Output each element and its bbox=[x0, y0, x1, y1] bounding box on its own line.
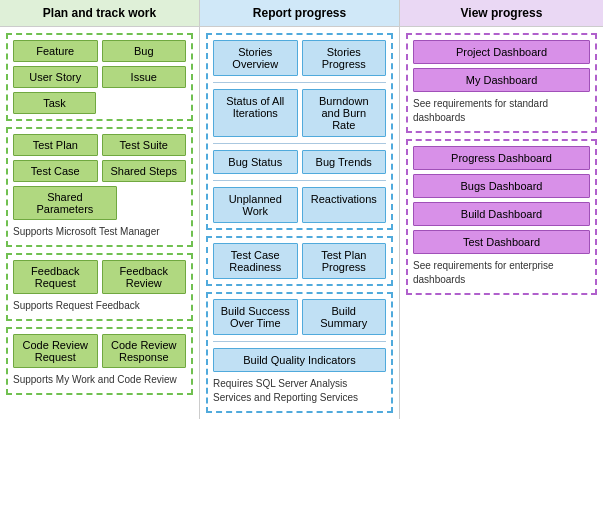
code-review-request-button[interactable]: Code Review Request bbox=[13, 334, 98, 368]
unplanned-work-button[interactable]: Unplanned Work bbox=[213, 187, 298, 223]
plan-row-1: Feature Bug bbox=[13, 40, 186, 62]
stories-progress-button[interactable]: Stories Progress bbox=[302, 40, 387, 76]
test-plan-progress-button[interactable]: Test Plan Progress bbox=[302, 243, 387, 279]
report-section-test: Test Case Readiness Test Plan Progress bbox=[206, 236, 393, 286]
report-row-4: Unplanned Work Reactivations bbox=[213, 187, 386, 223]
issue-button[interactable]: Issue bbox=[102, 66, 187, 88]
body-row: Feature Bug User Story Issue Task Test P… bbox=[0, 27, 603, 419]
stories-overview-button[interactable]: Stories Overview bbox=[213, 40, 298, 76]
plan-column-wrapper: Plan and track work bbox=[0, 0, 200, 27]
header-row: Plan and track work Report progress View… bbox=[0, 0, 603, 27]
report-build-divider bbox=[213, 341, 386, 342]
task-button[interactable]: Task bbox=[13, 92, 96, 114]
report-divider-3 bbox=[213, 180, 386, 181]
report-section-main: Stories Overview Stories Progress Status… bbox=[206, 33, 393, 230]
view-standard-note: See requirements for standard dashboards bbox=[413, 96, 590, 126]
report-divider-2 bbox=[213, 143, 386, 144]
plan-header: Plan and track work bbox=[0, 0, 199, 27]
plan-section-codereview: Code Review Request Code Review Response… bbox=[6, 327, 193, 395]
report-build-row-2: Build Quality Indicators bbox=[213, 348, 386, 372]
plan-body: Feature Bug User Story Issue Task Test P… bbox=[0, 27, 199, 401]
plan-test-note: Supports Microsoft Test Manager bbox=[13, 224, 186, 240]
report-column-wrapper: Report progress bbox=[200, 0, 400, 27]
test-plan-button[interactable]: Test Plan bbox=[13, 134, 98, 156]
burndown-burn-rate-button[interactable]: Burndown and Burn Rate bbox=[302, 89, 387, 137]
plan-row-3: Task bbox=[13, 92, 186, 114]
report-row-1: Stories Overview Stories Progress bbox=[213, 40, 386, 76]
test-case-button[interactable]: Test Case bbox=[13, 160, 98, 182]
status-all-iterations-button[interactable]: Status of All Iterations bbox=[213, 89, 298, 137]
plan-codereview-row-1: Code Review Request Code Review Response bbox=[13, 334, 186, 368]
view-header: View progress bbox=[400, 0, 603, 27]
view-col: Project Dashboard My Dashboard See requi… bbox=[400, 27, 603, 419]
view-section-enterprise: Progress Dashboard Bugs Dashboard Build … bbox=[406, 139, 597, 295]
bugs-dashboard-button[interactable]: Bugs Dashboard bbox=[413, 174, 590, 198]
reactivations-button[interactable]: Reactivations bbox=[302, 187, 387, 223]
main-layout: Plan and track work Report progress View… bbox=[0, 0, 603, 419]
report-col: Stories Overview Stories Progress Status… bbox=[200, 27, 400, 419]
build-dashboard-button[interactable]: Build Dashboard bbox=[413, 202, 590, 226]
report-row-2: Status of All Iterations Burndown and Bu… bbox=[213, 89, 386, 137]
user-story-button[interactable]: User Story bbox=[13, 66, 98, 88]
plan-col: Feature Bug User Story Issue Task Test P… bbox=[0, 27, 200, 419]
build-quality-indicators-button[interactable]: Build Quality Indicators bbox=[213, 348, 386, 372]
plan-test-row-3: Shared Parameters bbox=[13, 186, 186, 220]
feedback-request-button[interactable]: Feedback Request bbox=[13, 260, 98, 294]
bug-trends-button[interactable]: Bug Trends bbox=[302, 150, 387, 174]
report-build-row-1: Build Success Over Time Build Summary bbox=[213, 299, 386, 335]
bug-button[interactable]: Bug bbox=[102, 40, 187, 62]
plan-feedback-note: Supports Request Feedback bbox=[13, 298, 186, 314]
build-success-over-time-button[interactable]: Build Success Over Time bbox=[213, 299, 298, 335]
plan-section-feedback: Feedback Request Feedback Review Support… bbox=[6, 253, 193, 321]
report-test-row-1: Test Case Readiness Test Plan Progress bbox=[213, 243, 386, 279]
view-section-standard: Project Dashboard My Dashboard See requi… bbox=[406, 33, 597, 133]
plan-feedback-row-1: Feedback Request Feedback Review bbox=[13, 260, 186, 294]
bug-status-button[interactable]: Bug Status bbox=[213, 150, 298, 174]
plan-section-test: Test Plan Test Suite Test Case Shared St… bbox=[6, 127, 193, 247]
view-column-wrapper: View progress bbox=[400, 0, 603, 27]
view-body: Project Dashboard My Dashboard See requi… bbox=[400, 27, 603, 301]
report-header: Report progress bbox=[200, 0, 399, 27]
shared-steps-button[interactable]: Shared Steps bbox=[102, 160, 187, 182]
project-dashboard-button[interactable]: Project Dashboard bbox=[413, 40, 590, 64]
report-section-build: Build Success Over Time Build Summary Bu… bbox=[206, 292, 393, 413]
report-divider-1 bbox=[213, 82, 386, 83]
progress-dashboard-button[interactable]: Progress Dashboard bbox=[413, 146, 590, 170]
view-enterprise-note: See requirements for enterprise dashboar… bbox=[413, 258, 590, 288]
plan-test-row-2: Test Case Shared Steps bbox=[13, 160, 186, 182]
build-summary-button[interactable]: Build Summary bbox=[302, 299, 387, 335]
report-build-note: Requires SQL Server Analysis Services an… bbox=[213, 376, 386, 406]
report-body: Stories Overview Stories Progress Status… bbox=[200, 27, 399, 419]
report-row-3: Bug Status Bug Trends bbox=[213, 150, 386, 174]
plan-section-basic: Feature Bug User Story Issue Task bbox=[6, 33, 193, 121]
my-dashboard-button[interactable]: My Dashboard bbox=[413, 68, 590, 92]
feedback-review-button[interactable]: Feedback Review bbox=[102, 260, 187, 294]
code-review-response-button[interactable]: Code Review Response bbox=[102, 334, 187, 368]
test-case-readiness-button[interactable]: Test Case Readiness bbox=[213, 243, 298, 279]
test-dashboard-button[interactable]: Test Dashboard bbox=[413, 230, 590, 254]
shared-parameters-button[interactable]: Shared Parameters bbox=[13, 186, 117, 220]
plan-row-2: User Story Issue bbox=[13, 66, 186, 88]
feature-button[interactable]: Feature bbox=[13, 40, 98, 62]
plan-test-row-1: Test Plan Test Suite bbox=[13, 134, 186, 156]
plan-codereview-note: Supports My Work and Code Review bbox=[13, 372, 186, 388]
test-suite-button[interactable]: Test Suite bbox=[102, 134, 187, 156]
